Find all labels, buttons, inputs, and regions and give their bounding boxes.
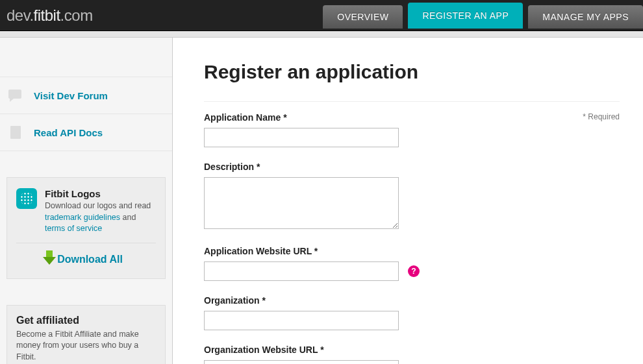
required-note: * Required: [583, 112, 620, 121]
label-app-url: Application Website URL *: [204, 246, 620, 256]
svg-rect-0: [10, 126, 21, 139]
input-org-url[interactable]: [204, 360, 399, 364]
field-org-url: Organization Website URL *: [204, 345, 620, 364]
sidebar-item-forum[interactable]: Visit Dev Forum: [0, 77, 172, 114]
site-logo[interactable]: dev.fitbit.com: [6, 6, 93, 25]
affiliate-title: Get affiliated: [16, 315, 156, 326]
logos-box: Fitbit Logos Download our logos and read…: [6, 177, 166, 279]
input-organization[interactable]: [204, 311, 399, 330]
primary-nav: OVERVIEW REGISTER AN APP MANAGE MY APPS: [318, 0, 643, 31]
page-title: Register an application: [204, 61, 620, 83]
download-all-link[interactable]: Download All: [57, 254, 123, 265]
fitbit-logo-icon: [16, 188, 37, 209]
label-organization: Organization *: [204, 295, 620, 306]
forum-link[interactable]: Visit Dev Forum: [34, 90, 108, 101]
page-content: Visit Dev Forum Read API Docs Fitbit Log…: [0, 38, 643, 364]
logos-pre: Download our logos and read: [45, 201, 151, 210]
help-icon[interactable]: ?: [408, 265, 420, 277]
input-app-name[interactable]: [204, 128, 399, 147]
tab-register-app[interactable]: REGISTER AN APP: [408, 3, 523, 29]
field-app-url: Application Website URL * ?: [204, 246, 620, 281]
logo-dev: dev.: [6, 6, 34, 24]
label-app-name: Application Name *: [204, 112, 620, 123]
doc-icon: [6, 123, 25, 141]
label-org-url: Organization Website URL *: [204, 345, 620, 355]
tab-overview[interactable]: OVERVIEW: [323, 5, 403, 29]
docs-link[interactable]: Read API Docs: [34, 127, 103, 138]
affiliate-box: Get affiliated Become a Fitbit Affiliate…: [6, 305, 166, 365]
affiliate-text: Become a Fitbit Affiliate and make money…: [16, 329, 156, 363]
download-row[interactable]: Download All: [16, 243, 156, 268]
chat-icon: [6, 86, 25, 104]
top-header: dev.fitbit.com OVERVIEW REGISTER AN APP …: [0, 0, 643, 31]
logos-title: Fitbit Logos: [45, 188, 156, 199]
tos-link[interactable]: terms of service: [45, 224, 102, 233]
label-description: Description *: [204, 162, 620, 172]
field-app-name: Application Name *: [204, 112, 620, 147]
trademark-link[interactable]: trademark guidelines: [45, 213, 120, 222]
field-organization: Organization *: [204, 295, 620, 330]
sidebar: Visit Dev Forum Read API Docs Fitbit Log…: [0, 38, 172, 364]
sub-bar: [0, 31, 643, 38]
logo-brand: fitbit: [34, 6, 60, 24]
logos-mid: and: [120, 213, 136, 222]
tab-manage-apps[interactable]: MANAGE MY APPS: [528, 5, 643, 29]
field-description: Description *: [204, 162, 620, 232]
main-panel: Register an application * Required Appli…: [172, 38, 643, 364]
logos-text: Download our logos and read trademark gu…: [45, 200, 156, 235]
logo-com: .com: [60, 6, 93, 24]
sidebar-item-docs[interactable]: Read API Docs: [0, 114, 172, 151]
register-form: * Required Application Name * Descriptio…: [204, 101, 620, 364]
input-app-url[interactable]: [204, 261, 399, 281]
input-description[interactable]: [204, 177, 399, 229]
